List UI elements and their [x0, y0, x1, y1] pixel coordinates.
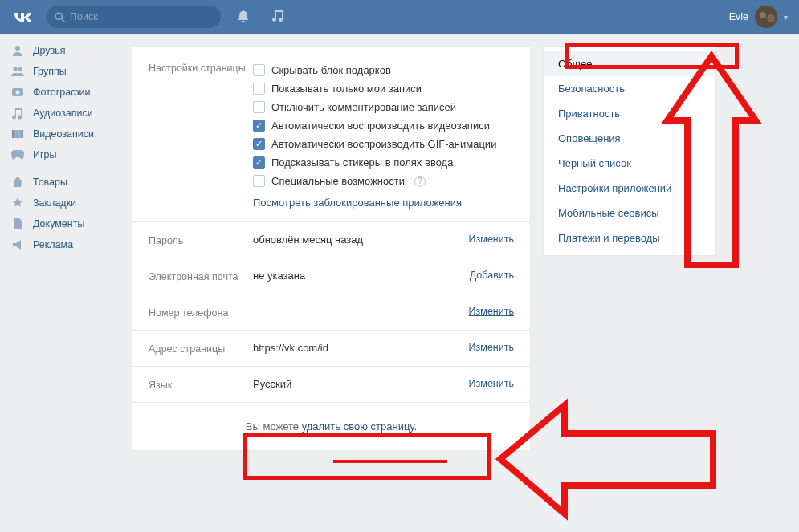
sidebar-item-label: Закладки: [33, 197, 76, 209]
email-value: не указана: [253, 270, 470, 282]
email-add-link[interactable]: Добавить: [470, 270, 514, 282]
user-name: Evie: [729, 11, 748, 22]
delete-prefix: Вы можете: [246, 420, 302, 433]
rnav-privacy[interactable]: Приватность: [544, 101, 715, 126]
left-sidebar: Друзья Группы Фотографии Аудиозаписи Вид…: [0, 34, 132, 451]
games-icon: [10, 148, 26, 161]
search-box[interactable]: [47, 6, 221, 28]
delete-account-link[interactable]: удалить свою страницу.: [302, 420, 418, 433]
svg-point-9: [16, 91, 20, 95]
checkbox-icon: [253, 64, 265, 76]
music-icon[interactable]: [261, 10, 295, 25]
checkbox-label: Автоматически воспроизводить видеозаписи: [271, 120, 490, 132]
search-input[interactable]: [70, 11, 213, 22]
section-label-email: Электронная почта: [149, 270, 253, 282]
checkbox-disable-comments[interactable]: Отключить комментирование записей: [253, 98, 514, 116]
checkbox-icon: ✓: [253, 156, 265, 169]
sidebar-item-photos[interactable]: Фотографии: [0, 82, 132, 103]
checkbox-hide-gifts[interactable]: Скрывать блок подарков: [253, 61, 514, 79]
url-change-link[interactable]: Изменить: [469, 342, 514, 355]
sidebar-item-video[interactable]: Видеозаписи: [0, 124, 132, 144]
password-value: обновлён месяц назад: [253, 234, 469, 246]
groups-icon: [10, 65, 26, 78]
search-icon: [55, 12, 65, 22]
market-icon: [10, 176, 26, 189]
svg-line-1: [62, 18, 65, 22]
sidebar-item-audio[interactable]: Аудиозаписи: [0, 103, 132, 124]
delete-account-section: Вы можете удалить свою страницу.: [132, 403, 530, 450]
photos-icon: [10, 86, 26, 99]
sidebar-item-label: Видеозаписи: [33, 128, 94, 140]
rnav-notifications[interactable]: Оповещения: [544, 126, 715, 151]
checkbox-label: Автоматически воспроизводить GIF-анимаци…: [271, 138, 496, 150]
checkbox-only-my-posts[interactable]: Показывать только мои записи: [253, 79, 514, 98]
sidebar-item-label: Документы: [33, 218, 84, 229]
avatar: [755, 6, 777, 28]
docs-icon: [10, 217, 26, 230]
section-label-password: Пароль: [149, 234, 253, 246]
section-label-lang: Язык: [149, 378, 253, 391]
svg-point-7: [18, 67, 22, 71]
checkbox-sticker-suggest[interactable]: ✓ Подсказывать стикеры в полях ввода: [253, 153, 514, 172]
sidebar-item-friends[interactable]: Друзья: [0, 40, 132, 61]
checkbox-icon: [253, 83, 265, 95]
lang-value: Русский: [253, 378, 469, 391]
chevron-down-icon: ▾: [784, 13, 788, 22]
friends-icon: [10, 44, 26, 57]
svg-point-3: [760, 12, 766, 18]
sidebar-item-label: Игры: [33, 149, 56, 160]
checkbox-icon: [253, 101, 265, 113]
svg-point-5: [15, 46, 20, 51]
checkbox-label: Отключить комментирование записей: [271, 101, 456, 113]
checkbox-icon: [253, 175, 265, 187]
svg-rect-12: [22, 130, 23, 138]
ads-icon: [10, 238, 26, 251]
section-label-page-settings: Настройки страницы: [149, 61, 253, 74]
vk-logo[interactable]: [11, 8, 47, 26]
sidebar-item-groups[interactable]: Группы: [0, 61, 132, 82]
blocked-apps-link[interactable]: Посмотреть заблокированные приложения: [253, 190, 514, 210]
svg-point-4: [767, 14, 775, 22]
rnav-security[interactable]: Безопасность: [544, 76, 715, 101]
rnav-app-settings[interactable]: Настройки приложений: [544, 176, 715, 201]
rnav-mobile[interactable]: Мобильные сервисы: [544, 201, 715, 225]
help-icon[interactable]: ?: [414, 176, 426, 187]
audio-icon: [10, 107, 26, 120]
sidebar-item-ads[interactable]: Реклама: [0, 234, 132, 255]
header-bar: Evie ▾: [0, 0, 799, 34]
sidebar-item-label: Аудиозаписи: [33, 108, 93, 119]
checkbox-label: Специальные возможности: [271, 175, 405, 187]
checkbox-label: Показывать только мои записи: [271, 83, 422, 95]
settings-panel: Настройки страницы Скрывать блок подарко…: [132, 46, 531, 451]
sidebar-item-label: Реклама: [33, 239, 73, 250]
password-change-link[interactable]: Изменить: [469, 234, 514, 246]
checkbox-autoplay-gif[interactable]: ✓ Автоматически воспроизводить GIF-анима…: [253, 135, 514, 153]
sidebar-item-label: Товары: [33, 177, 67, 188]
checkbox-accessibility[interactable]: Специальные возможности ?: [253, 172, 514, 190]
checkbox-autoplay-video[interactable]: ✓ Автоматически воспроизводить видеозапи…: [253, 116, 514, 135]
url-value: https://vk.com/id: [253, 342, 469, 355]
sidebar-item-market[interactable]: Товары: [0, 172, 132, 193]
svg-point-0: [55, 13, 62, 19]
rnav-payments[interactable]: Платежи и переводы: [544, 225, 715, 250]
checkbox-label: Скрывать блок подарков: [271, 64, 391, 76]
svg-point-6: [14, 67, 18, 71]
section-label-url: Адрес страницы: [149, 342, 253, 355]
phone-change-link[interactable]: Изменить: [469, 306, 514, 319]
sidebar-item-docs[interactable]: Документы: [0, 213, 132, 234]
sidebar-item-label: Друзья: [33, 45, 66, 56]
lang-change-link[interactable]: Изменить: [469, 378, 514, 391]
annotation-underline-delete: [333, 460, 447, 463]
sidebar-item-label: Группы: [33, 66, 67, 77]
sidebar-item-bookmarks[interactable]: Закладки: [0, 193, 132, 213]
checkbox-icon: ✓: [253, 120, 265, 132]
checkbox-icon: ✓: [253, 138, 265, 150]
user-menu[interactable]: Evie ▾: [721, 6, 788, 28]
rnav-general[interactable]: Общее: [544, 51, 715, 76]
notifications-icon[interactable]: [226, 10, 261, 25]
sidebar-item-games[interactable]: Игры: [0, 144, 132, 165]
phone-value: [253, 306, 469, 319]
section-label-phone: Номер телефона: [149, 306, 253, 319]
rnav-blacklist[interactable]: Чёрный список: [544, 151, 715, 176]
svg-rect-11: [12, 130, 14, 138]
